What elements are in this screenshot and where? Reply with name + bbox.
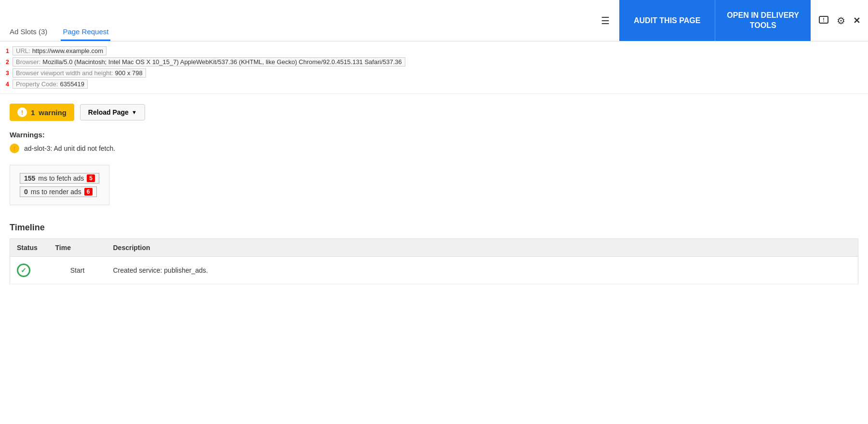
row-num-1: 1 [6,48,12,54]
timeline-thead: Status Time Description [10,239,858,257]
warning-bar: ! 1 warning Reload Page ▼ [10,104,858,121]
viewport-label: Browser viewport width and height: [16,69,113,77]
info-row-2: 2 Browser: Mozilla/5.0 (Macintosh; Intel… [6,56,862,67]
row-num-3: 3 [6,70,12,77]
warning-item-1: ! ad-slot-3: Ad unit did not fetch. [10,144,858,153]
warnings-section: Warnings: ! ad-slot-3: Ad unit did not f… [10,131,858,153]
close-button[interactable]: ✕ [853,15,860,26]
stat-fetch-label: ms to fetch ads [38,174,84,182]
tab-ad-slots[interactable]: Ad Slots (3) [8,23,49,41]
url-label: URL: [16,47,30,54]
svg-text:!: ! [823,17,824,23]
timeline-table: Status Time Description ✓ Start Created … [10,238,858,284]
open-in-delivery-tools-button[interactable]: OPEN IN DELIVERY TOOLS [715,0,811,41]
delivery-btn-line1: OPEN IN DELIVERY [727,11,799,19]
warning-item-text: ad-slot-3: Ad unit did not fetch. [24,145,115,152]
delivery-btn-line2: TOOLS [750,21,776,29]
hamburger-icon: ☰ [601,15,610,26]
row-num-2: 2 [6,59,12,66]
info-row-3: 3 Browser viewport width and height: 900… [6,67,862,79]
col-header-time: Time [49,239,107,257]
timeline-tbody: ✓ Start Created service: publisher_ads. [10,257,858,284]
time-value: Start [70,266,85,274]
header-icons: ! ⚙ ✕ [811,0,868,41]
timeline-heading: Timeline [10,223,858,233]
row-num-4: 4 [6,81,12,88]
stat-label-box-1: 155 ms to fetch ads 5 [20,173,99,184]
stat-row-1: 155 ms to fetch ads 5 [20,173,99,184]
timeline-header-row: Status Time Description [10,239,858,257]
feedback-icon: ! [818,15,829,26]
browser-value: Mozilla/5.0 (Macintosh; Intel Mac OS X 1… [42,58,402,66]
description-value: Created service: publisher_ads. [113,266,208,274]
property-label: Property Code: [16,80,58,88]
info-row-1: 1 URL: https://www.example.com [6,45,862,56]
info-section: 1 URL: https://www.example.com 2 Browser… [0,41,868,94]
stat-row-2: 0 ms to render ads 6 [20,186,99,197]
warnings-heading: Warnings: [10,131,858,139]
warning-badge: ! 1 warning [10,104,74,121]
settings-button[interactable]: ⚙ [837,15,845,26]
info-box-url: URL: https://www.example.com [13,46,107,55]
warning-item-icon: ! [10,144,19,153]
table-row: ✓ Start Created service: publisher_ads. [10,257,858,284]
stat-render-value: 0 [24,188,28,196]
stats-box: 155 ms to fetch ads 5 0 ms to render ads… [10,165,109,205]
stat-fetch-value: 155 [24,174,35,182]
url-value: https://www.example.com [32,47,103,54]
tab-bar: Ad Slots (3) Page Request [0,0,118,41]
property-value: 6355419 [60,80,84,88]
viewport-value: 900 x 798 [115,69,143,77]
main-content: ! 1 warning Reload Page ▼ Warnings: ! ad… [0,94,868,294]
tab-page-request[interactable]: Page Request [61,23,110,41]
cell-time: Start [49,257,107,284]
audit-this-page-button[interactable]: AUDIT THIS PAGE [619,0,715,41]
info-row-4: 4 Property Code: 6355419 [6,79,862,90]
warning-label: warning [39,108,67,117]
col-header-status: Status [10,239,49,257]
stat-fetch-badge: 5 [87,174,95,182]
header: Ad Slots (3) Page Request ☰ AUDIT THIS P… [0,0,868,41]
browser-label: Browser: [16,58,40,66]
status-ok-icon: ✓ [17,264,30,277]
gear-icon: ⚙ [837,15,845,26]
info-box-browser: Browser: Mozilla/5.0 (Macintosh; Intel M… [13,57,405,66]
stat-render-label: ms to render ads [31,188,81,196]
close-icon: ✕ [853,15,860,26]
col-header-description: Description [107,239,858,257]
warning-badge-icon: ! [17,107,27,117]
info-box-property: Property Code: 6355419 [13,80,88,89]
menu-button[interactable]: ☰ [591,0,619,41]
feedback-button[interactable]: ! [818,15,829,26]
stat-label-box-2: 0 ms to render ads 6 [20,186,97,197]
cell-description: Created service: publisher_ads. [107,257,858,284]
chevron-down-icon: ▼ [132,109,137,115]
stat-render-badge: 6 [84,188,93,196]
warning-count: 1 [31,108,35,117]
header-spacer [118,0,591,41]
cell-status: ✓ [10,257,49,284]
reload-page-label: Reload Page [88,108,129,116]
reload-page-button[interactable]: Reload Page ▼ [80,104,145,120]
info-box-viewport: Browser viewport width and height: 900 x… [13,68,146,78]
